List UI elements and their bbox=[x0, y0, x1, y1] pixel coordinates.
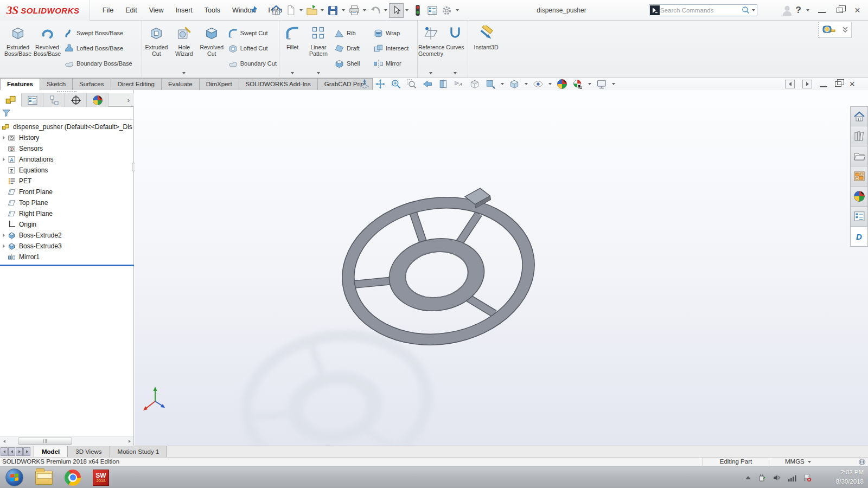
chevron-expand-icon[interactable] bbox=[843, 26, 848, 34]
intersect-button[interactable]: Intersect bbox=[371, 41, 411, 56]
next-tab-button[interactable] bbox=[16, 447, 23, 456]
undo-button[interactable] bbox=[368, 3, 382, 18]
draft-button[interactable]: Draft bbox=[332, 41, 371, 56]
tree-root-part[interactable]: dispense_pusher (Default<<Default>_Dis bbox=[0, 121, 134, 132]
last-tab-button[interactable] bbox=[23, 447, 30, 456]
rollback-bar[interactable] bbox=[0, 265, 134, 266]
tray-expand-icon[interactable] bbox=[745, 476, 751, 479]
chrome-taskbar-icon[interactable] bbox=[65, 470, 81, 486]
print-button[interactable] bbox=[347, 3, 361, 18]
scroll-left-button[interactable] bbox=[0, 437, 8, 445]
view-orientation-icon[interactable] bbox=[469, 79, 480, 89]
tree-item-right-plane[interactable]: Right Plane bbox=[0, 208, 134, 219]
options-list-button[interactable] bbox=[425, 3, 439, 18]
search-scope-dropdown[interactable] bbox=[752, 9, 755, 11]
tree-item-history[interactable]: History bbox=[0, 132, 134, 143]
pan-icon[interactable] bbox=[375, 79, 386, 89]
expand-arrow-icon[interactable] bbox=[0, 233, 8, 237]
print-dropdown[interactable] bbox=[363, 9, 366, 11]
tree-item-mirror1[interactable]: Mirror1 bbox=[0, 252, 134, 262]
tab-direct-editing[interactable]: Direct Editing bbox=[111, 78, 162, 90]
solidworks-taskbar-icon[interactable]: SW 2018 bbox=[93, 470, 109, 486]
dimxpertmanager-tab[interactable] bbox=[65, 93, 87, 107]
collapse-pane-right-button[interactable] bbox=[802, 80, 812, 88]
scroll-right-button[interactable] bbox=[125, 437, 133, 445]
units-selector[interactable]: MMGS bbox=[769, 458, 828, 466]
3d-views-tab[interactable]: 3D Views bbox=[67, 446, 110, 458]
doc-restore-button[interactable] bbox=[835, 81, 841, 87]
section-view-icon[interactable] bbox=[438, 79, 449, 89]
doc-minimize-button[interactable] bbox=[820, 86, 827, 87]
gear-dropdown[interactable] bbox=[456, 9, 459, 11]
display-style-dropdown[interactable] bbox=[501, 83, 504, 85]
tree-item-equations[interactable]: Equations bbox=[0, 165, 134, 176]
tab-evaluate[interactable]: Evaluate bbox=[161, 78, 200, 90]
instant3d-button[interactable]: Instant3D bbox=[469, 23, 503, 76]
zoom-area-icon[interactable] bbox=[391, 79, 401, 89]
revolved-boss-base-button[interactable]: Revolved Boss/Base bbox=[33, 23, 62, 76]
rebuild-button[interactable] bbox=[410, 3, 425, 18]
magnify-icon[interactable] bbox=[406, 79, 417, 89]
design-library-tab[interactable] bbox=[850, 126, 868, 146]
view-display-mode-icon[interactable] bbox=[509, 79, 520, 89]
tree-item-top-plane[interactable]: Top Plane bbox=[0, 197, 134, 208]
view-settings-icon[interactable] bbox=[596, 79, 607, 89]
displaymanager-tab[interactable] bbox=[87, 93, 108, 107]
taskbar-clock[interactable]: 2:02 PM 8/30/2018 bbox=[816, 468, 864, 486]
revolved-cut-button[interactable]: Revolved Cut bbox=[198, 23, 226, 76]
save-dropdown[interactable] bbox=[342, 9, 345, 11]
scrollbar-thumb[interactable] bbox=[18, 438, 72, 445]
tab-solidworks-add-ins[interactable]: SOLIDWORKS Add-Ins bbox=[239, 78, 318, 90]
select-tool-button[interactable] bbox=[389, 3, 404, 18]
view-display-mode-dropdown[interactable] bbox=[525, 83, 528, 85]
view-palette-tab[interactable] bbox=[850, 166, 868, 187]
solidworks-forum-tab[interactable]: D bbox=[850, 227, 868, 247]
file-explorer-tab[interactable] bbox=[850, 146, 868, 166]
new-dropdown[interactable] bbox=[299, 9, 303, 11]
rib-button[interactable]: Rib bbox=[332, 25, 371, 41]
volume-icon[interactable] bbox=[773, 473, 781, 482]
lofted-boss-base-button[interactable]: Lofted Boss/Base bbox=[62, 41, 135, 56]
pin-menu-icon[interactable] bbox=[250, 5, 258, 15]
menu-insert[interactable]: Insert bbox=[170, 0, 199, 21]
panel-tabs-overflow-chevron[interactable]: › bbox=[108, 93, 134, 106]
options-gear-button[interactable] bbox=[439, 3, 454, 18]
motion-study-tab[interactable]: Motion Study 1 bbox=[110, 446, 168, 458]
menu-edit[interactable]: Edit bbox=[119, 0, 143, 21]
minimize-button[interactable] bbox=[814, 3, 829, 18]
custom-properties-tab[interactable] bbox=[850, 207, 868, 227]
menu-view[interactable]: View bbox=[143, 0, 170, 21]
appearances-scenes-tab[interactable] bbox=[850, 187, 868, 207]
collapse-pane-left-button[interactable] bbox=[785, 80, 795, 88]
reference-geometry-button[interactable]: Reference Geometry bbox=[418, 23, 443, 76]
filter-funnel-icon[interactable] bbox=[2, 109, 10, 117]
view-settings-dropdown[interactable] bbox=[612, 83, 615, 85]
measure-icon[interactable] bbox=[822, 24, 835, 36]
hole-wizard-button[interactable]: Hole Wizard bbox=[170, 23, 198, 76]
tree-item-origin[interactable]: Origin bbox=[0, 219, 134, 230]
linear-pattern-button[interactable]: Linear Pattern bbox=[305, 23, 332, 76]
swept-cut-button[interactable]: Swept Cut bbox=[226, 25, 279, 41]
panel-grip[interactable] bbox=[57, 91, 76, 93]
usb-device-icon[interactable] bbox=[757, 473, 766, 482]
search-icon[interactable] bbox=[742, 6, 750, 15]
panel-horizontal-scrollbar[interactable] bbox=[0, 436, 133, 445]
expand-arrow-icon[interactable] bbox=[0, 136, 8, 140]
tree-item-material[interactable]: PET bbox=[0, 176, 134, 187]
new-document-button[interactable] bbox=[283, 3, 298, 18]
boundary-boss-base-button[interactable]: Boundary Boss/Base bbox=[62, 56, 135, 71]
curves-dropdown[interactable] bbox=[454, 72, 457, 74]
edit-appearance-icon[interactable] bbox=[557, 79, 567, 89]
lofted-cut-button[interactable]: Lofted Cut bbox=[226, 41, 279, 56]
expand-arrow-icon[interactable] bbox=[0, 157, 8, 162]
network-signal-icon[interactable] bbox=[788, 473, 796, 482]
propertymanager-tab[interactable] bbox=[22, 93, 43, 107]
file-explorer-taskbar-icon[interactable] bbox=[35, 471, 53, 485]
action-center-flag-icon[interactable] bbox=[803, 473, 812, 482]
hide-show-items-dropdown[interactable] bbox=[548, 83, 552, 85]
linear-pattern-dropdown[interactable] bbox=[317, 72, 320, 74]
apply-scene-dropdown[interactable] bbox=[588, 83, 591, 85]
prev-tab-button[interactable] bbox=[8, 447, 15, 456]
undo-dropdown[interactable] bbox=[384, 9, 387, 11]
start-button[interactable] bbox=[5, 468, 23, 486]
